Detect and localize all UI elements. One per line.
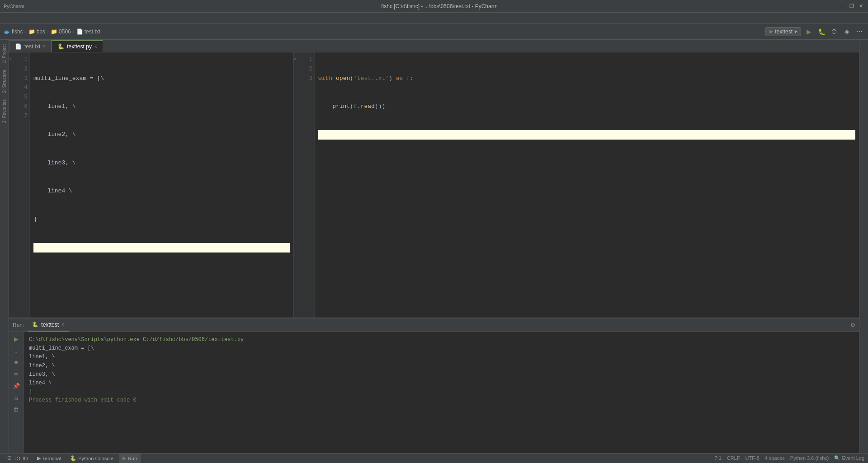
line-num-1-4: 4 (14, 83, 28, 93)
breadcrumb-project[interactable]: 🐟 fishc (4, 28, 23, 35)
tab-test-txt[interactable]: 📄 test.txt × (9, 40, 52, 52)
sidebar-item-favorites[interactable]: 2: Favorites (1, 97, 8, 126)
run-config-chevron: ▾ (794, 28, 797, 35)
status-tab-todo[interactable]: ☑ TODO (4, 454, 32, 463)
run-left-toolbar: ▶ ↓ ≡ ≣ 📌 🖨 🗑 (9, 332, 24, 453)
code-line-1-5: line4 \ (33, 187, 290, 196)
close-button[interactable]: ✕ (857, 3, 864, 10)
encoding[interactable]: UTF-8 (745, 455, 760, 461)
line-numbers-2: 1 2 3 (297, 52, 315, 318)
debug-button[interactable]: 🐛 (816, 27, 826, 37)
run-output-line-5: line4 \ (29, 379, 854, 388)
breadcrumb-sep3: › (73, 28, 75, 35)
line-num-1-7: 7 (14, 112, 28, 121)
code-line-1-7 (33, 243, 290, 253)
run-analyze-button[interactable]: ≣ (11, 369, 21, 379)
breadcrumb-0506[interactable]: 📁 0506 (51, 28, 71, 35)
right-sidebar (859, 40, 868, 453)
run-delete-button[interactable]: 🗑 (11, 404, 21, 414)
editor-run-column: 📄 test.txt × 🐍 texttest.py × ✓ (9, 40, 859, 453)
left-panel-strip: 1: Project 2: Structure 2: Favorites (0, 40, 9, 453)
folder-icon2: 📁 (51, 28, 57, 35)
line-ending[interactable]: CRLF (727, 455, 740, 461)
run-restart-button[interactable]: ▶ (11, 334, 21, 344)
python-console-icon: 🐍 (70, 455, 76, 461)
breadcrumb-file[interactable]: 📄 test.txt (76, 28, 100, 35)
titlebar-logo: PyCharm (4, 4, 40, 9)
run-config-selector[interactable]: ▶ texttest ▾ (765, 27, 801, 36)
tab-icon-py: 🐍 (57, 43, 64, 50)
code-area-1[interactable]: ✓ 1 2 3 4 5 6 7 multi_line_exam = [\ lin… (9, 52, 293, 318)
line-num-1-6: 6 (14, 102, 28, 112)
toolbar: 🐟 fishc › 📁 bbs › 📁 0506 › 📄 test.txt ▶ … (0, 23, 868, 40)
toolbar-right: ▶ texttest ▾ ▶ 🐛 ⏱ ◈ ⋯ (765, 27, 864, 37)
run-panel-icons: ⚙ (850, 322, 855, 328)
indent-info[interactable]: 4 spaces (765, 455, 785, 461)
run-command-line: C:\d\fishc\venv\Scripts\python.exe C:/d/… (29, 336, 854, 344)
todo-label: TODO (14, 456, 28, 461)
breadcrumb: 🐟 fishc › 📁 bbs › 📁 0506 › 📄 test.txt (4, 28, 764, 35)
code-line-2-3 (318, 130, 855, 140)
code-content-1[interactable]: multi_line_exam = [\ line1, \ line2, \ l… (30, 52, 293, 318)
titlebar-title: fishc [C:\d\fishc] - ...\bbs\0506\test.t… (40, 3, 839, 9)
terminal-icon: ▶ (37, 455, 41, 461)
python-console-label: Python Console (78, 456, 113, 461)
titlebar-controls[interactable]: — ❐ ✕ (839, 3, 864, 10)
terminal-label: Terminal (42, 456, 61, 461)
run-pin-button[interactable]: 📌 (11, 381, 21, 391)
breadcrumb-sep1: › (25, 28, 27, 35)
status-tab-run[interactable]: ▶ Run (119, 454, 141, 463)
tab-close-py[interactable]: × (94, 44, 97, 49)
code-line-1-1: multi_line_exam = [\ (33, 74, 290, 84)
more-button[interactable]: ⋯ (854, 27, 864, 37)
tab-icon-txt: 📄 (15, 43, 22, 50)
status-tab-python-console[interactable]: 🐍 Python Console (66, 454, 117, 463)
python-version[interactable]: Python 3.6 (fishc) (790, 455, 829, 461)
profile-button[interactable]: ⏱ (829, 27, 839, 37)
project-icon: 🐟 (4, 28, 10, 35)
run-output-line-1: multi_line_exam = [\ (29, 344, 854, 353)
run-button[interactable]: ▶ (804, 27, 814, 37)
line-num-2-1: 1 (298, 55, 312, 65)
file-icon: 📄 (76, 28, 83, 35)
event-log[interactable]: 🔍 Event Log (834, 455, 864, 461)
run-config-label: texttest (775, 28, 793, 35)
status-tab-terminal[interactable]: ▶ Terminal (33, 454, 65, 463)
sidebar-item-project[interactable]: 1: Project (1, 42, 8, 66)
run-stop-scroll-button[interactable]: ↓ (11, 346, 21, 355)
tab-close-txt[interactable]: × (43, 44, 46, 49)
breadcrumb-bbs[interactable]: 📁 bbs (28, 28, 45, 35)
code-area-2[interactable]: ✓ 1 2 3 with open('test.txt') as f: prin… (294, 52, 859, 318)
folder-icon1: 📁 (28, 28, 35, 35)
code-line-1-6: ] (33, 215, 290, 224)
settings-icon[interactable]: ⚙ (850, 322, 855, 328)
code-line-1-3: line2, \ (33, 130, 290, 140)
code-content-2[interactable]: with open('test.txt') as f: print(f.read… (315, 52, 859, 318)
run-tab-label: texttest (41, 322, 59, 328)
code-line-2-2: print(f.read()) (318, 102, 855, 112)
code-line-2-1: with open('test.txt') as f: (318, 74, 855, 84)
todo-icon: ☑ (7, 455, 12, 461)
code-line-1-4: line3, \ (33, 159, 290, 168)
menubar (0, 13, 868, 23)
cursor-position[interactable]: 7:1 (715, 455, 722, 461)
run-dump-button[interactable]: ≡ (11, 357, 21, 367)
maximize-button[interactable]: ❐ (848, 3, 855, 10)
tab-texttest-py[interactable]: 🐍 texttest.py × (52, 40, 103, 52)
coverage-button[interactable]: ◈ (842, 27, 852, 37)
sidebar-item-structure[interactable]: 2: Structure (1, 67, 8, 96)
run-output-line-4: line3, \ (29, 370, 854, 379)
line-num-1-2: 2 (14, 65, 28, 74)
minimize-button[interactable]: — (839, 3, 846, 10)
statusbar-right: 7:1 CRLF UTF-8 4 spaces Python 3.6 (fish… (715, 455, 864, 461)
run-tab-close[interactable]: × (61, 322, 64, 327)
line-num-1-5: 5 (14, 93, 28, 102)
line-numbers-1: 1 2 3 4 5 6 7 (12, 52, 30, 318)
statusbar: ☑ TODO ▶ Terminal 🐍 Python Console ▶ Run… (0, 453, 868, 463)
run-print-button[interactable]: 🖨 (11, 393, 21, 402)
run-tab-status-icon: ▶ (123, 455, 126, 461)
run-label: Run: (13, 322, 24, 328)
run-tab-texttest[interactable]: 🐍 texttest × (28, 318, 69, 332)
breadcrumb-sep2: › (47, 28, 49, 35)
run-panel: Run: 🐍 texttest × ⚙ ▶ ↓ ≡ ≣ 📌 (9, 318, 859, 453)
